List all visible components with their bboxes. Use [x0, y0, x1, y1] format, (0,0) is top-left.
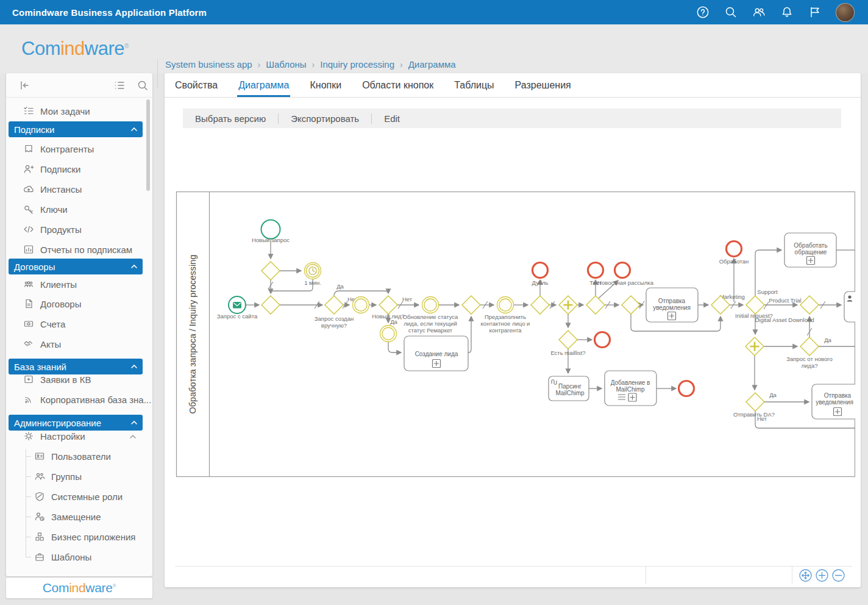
document-icon [23, 298, 34, 309]
bpmn-intermediate-event-prefill[interactable]: Предзаполнить контактное лицо и контраге… [481, 297, 530, 334]
person-add-icon [23, 163, 34, 174]
sidebar-item-contracts[interactable]: Договоры [6, 294, 145, 313]
sidebar-item-templates[interactable]: Шаблоны [6, 547, 145, 567]
sidebar-item-groups[interactable]: Группы [6, 467, 145, 486]
sidebar-section-contracts[interactable]: Договоры [9, 259, 143, 274]
bpmn-gateway-send-da[interactable]: Отправить DA? [733, 393, 775, 418]
sidebar-item-clients[interactable]: Клиенты [6, 274, 145, 294]
bpmn-gateway-6[interactable] [586, 296, 605, 314]
bpmn-canvas[interactable]: Обработка запроса / Inquiry processing [175, 191, 855, 478]
tab-diagram[interactable]: Диаграмма [237, 73, 290, 97]
breadcrumb: System business app › Шаблоны › Inquiry … [165, 59, 456, 70]
svg-text:Product Trial: Product Trial [769, 297, 801, 304]
pan-icon[interactable] [799, 568, 813, 582]
bpmn-gateway-1[interactable] [261, 262, 280, 280]
sidebar-item-business-apps[interactable]: Бизнес приложения [6, 527, 145, 546]
help-icon[interactable] [695, 5, 710, 20]
breadcrumb-link[interactable]: Шаблоны [266, 59, 306, 70]
flag-icon[interactable] [808, 5, 822, 20]
collapse-sidebar-icon[interactable] [18, 79, 31, 92]
sidebar-item-subscription-reports[interactable]: Отчеты по подпискам [6, 240, 145, 259]
svg-text:вручную?: вручную? [321, 322, 347, 329]
bpmn-end-event-maillist[interactable] [595, 332, 610, 348]
sidebar-item-products[interactable]: Продукты [6, 220, 145, 239]
gear-icon [23, 431, 34, 442]
users-icon[interactable] [752, 5, 766, 20]
svg-text:Создание лида: Создание лида [415, 351, 458, 357]
sidebar-item-keys[interactable]: Ключи [6, 199, 145, 219]
bpmn-parallel-gateway-1[interactable] [559, 296, 577, 314]
bpmn-gateway-new-lead[interactable]: Новый лид? [372, 296, 405, 320]
bpmn-gateway-maillist[interactable]: Есть maillist? [550, 331, 585, 356]
sidebar-item-substitution[interactable]: Замещение [6, 507, 145, 526]
search-icon[interactable] [724, 5, 738, 20]
bpmn-task-create-lead[interactable]: Создание лида [404, 336, 468, 371]
sidebar-section-subscriptions[interactable]: Подписки [9, 121, 143, 137]
list-view-icon[interactable] [113, 79, 126, 92]
bpmn-end-event-duplicate[interactable]: Дубль [532, 263, 548, 287]
bpmn-task-send-notification[interactable]: Отправка уведомления [646, 288, 698, 322]
bpmn-task-process-case[interactable]: Обработать обращение [784, 233, 836, 267]
bpmn-end-event-mailchimp[interactable] [679, 381, 694, 396]
edit-button[interactable]: Edit [372, 113, 412, 124]
bpmn-intermediate-event-lead[interactable] [380, 326, 397, 342]
page: Comindware Business Application Platform… [0, 0, 868, 605]
comindware-logo[interactable]: Comindware® [21, 38, 129, 60]
bpmn-task-send-da-notification[interactable]: Отправка уведомления D [812, 384, 855, 419]
breadcrumb-link[interactable]: Диаграмма [408, 59, 456, 70]
select-version-button[interactable]: Выбрать версию [183, 113, 278, 124]
bpmn-task-parse-mailchimp[interactable]: Парсинг MailChimp [549, 376, 589, 401]
bpmn-user-task-clipped[interactable] [844, 292, 855, 322]
svg-text:Отправка: Отправка [658, 298, 686, 304]
svg-text:Support: Support [757, 288, 778, 295]
sidebar-item-my-tasks[interactable]: Мои задачи [6, 101, 145, 121]
sidebar-item-invoices[interactable]: Счета [6, 314, 145, 334]
sidebar-item-kb-requests[interactable]: Заявки в КВ [6, 370, 145, 389]
sidebar-item-acts[interactable]: Акты [6, 334, 145, 354]
breadcrumb-separator: › [400, 60, 403, 70]
bpmn-timer-event[interactable]: 1 мин. [304, 263, 321, 287]
sidebar-item-counterparties[interactable]: Контрагенты [6, 139, 145, 159]
bpmn-gateway-4[interactable] [462, 296, 480, 314]
bpmn-end-event-newsletter[interactable]: Новостная рассылка [597, 263, 654, 287]
bpmn-task-add-mailchimp[interactable]: Добавление в MailChimp [605, 371, 656, 406]
bpmn-gateway-7[interactable] [622, 296, 640, 314]
bpmn-end-event-processed[interactable]: Обработан [719, 242, 749, 265]
sidebar-item-users[interactable]: Пользователи [6, 446, 145, 466]
sidebar-scrollbar[interactable] [146, 99, 150, 191]
sidebar-item-corporate-kb[interactable]: Корпоративная база зна... [6, 390, 145, 409]
svg-text:обращение: обращение [795, 249, 827, 256]
bell-icon[interactable] [780, 5, 794, 20]
clients-icon [23, 279, 34, 290]
sidebar-item-subscriptions[interactable]: Подписки [6, 159, 145, 179]
breadcrumb-link[interactable]: System business app [165, 59, 252, 70]
tab-buttons[interactable]: Кнопки [308, 73, 343, 97]
bpmn-start-event-new-request[interactable]: Новый запрос [252, 220, 290, 244]
svg-text:Обновление статуса: Обновление статуса [403, 313, 458, 320]
bpmn-gateway-10[interactable] [800, 296, 819, 314]
chevron-up-icon [129, 434, 137, 440]
svg-text:контрагента: контрагента [489, 327, 522, 334]
sidebar-item-system-roles[interactable]: Системные роли [6, 487, 145, 506]
zoom-in-icon[interactable] [815, 568, 829, 582]
bpmn-gateway-2[interactable] [261, 296, 280, 314]
breadcrumb-separator: › [312, 60, 315, 70]
breadcrumb-link[interactable]: Inquiry processing [320, 59, 394, 70]
sidebar-search-icon[interactable] [136, 79, 149, 92]
tab-button-areas[interactable]: Области кнопок [361, 73, 435, 97]
bpmn-gateway-5[interactable] [531, 296, 549, 314]
svg-text:лида, если текущий: лида, если текущий [404, 320, 457, 327]
tab-permissions[interactable]: Разрешения [514, 73, 572, 97]
sidebar-item-settings[interactable]: Настройки [6, 426, 145, 446]
sidebar-item-instances[interactable]: Инстансы [6, 179, 145, 199]
export-button[interactable]: Экспортировать [279, 113, 371, 124]
cloud-up-icon [23, 184, 34, 195]
tab-properties[interactable]: Свойства [174, 73, 219, 97]
tab-tables[interactable]: Таблицы [453, 73, 495, 97]
bpmn-intermediate-event-1[interactable] [353, 297, 369, 313]
bpmn-message-start-event-site-request[interactable]: Запрос с сайта [217, 296, 258, 320]
svg-text:статус Ремаркет: статус Ремаркет [408, 327, 453, 334]
user-avatar[interactable] [836, 3, 855, 22]
bpmn-parallel-gateway-2[interactable] [745, 337, 764, 356]
zoom-out-icon[interactable] [831, 568, 845, 582]
